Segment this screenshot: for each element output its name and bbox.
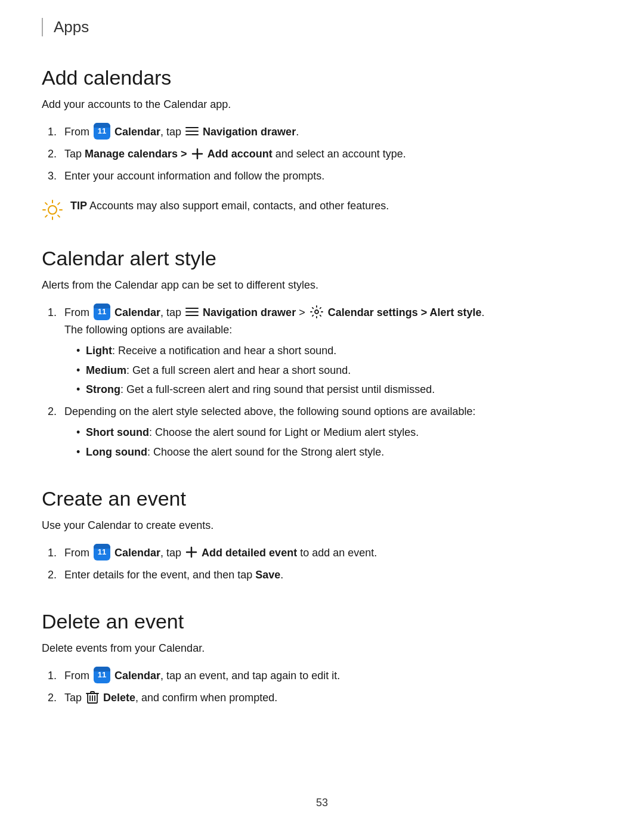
plus-icon (191, 148, 203, 160)
svg-line-7 (45, 203, 47, 205)
nav-drawer-icon (185, 127, 199, 137)
step-text: Delete (103, 692, 135, 704)
section-intro-delete-event: Delete events from your Calendar. (42, 640, 602, 657)
step-text: Save (255, 569, 280, 581)
step-text: Navigation drawer (203, 306, 296, 318)
calendar-app-icon (94, 667, 110, 683)
bullet-list: Short sound: Choose the alert sound for … (76, 424, 602, 461)
step-item: Tap Delete, and confirm when prompted. (60, 689, 602, 707)
section-add-calendars: Add calendars Add your accounts to the C… (42, 66, 602, 221)
section-create-event: Create an event Use your Calendar to cre… (42, 487, 602, 584)
step-item: Tap Manage calendars > Add account and s… (60, 145, 602, 163)
section-heading-add-calendars: Add calendars (42, 66, 602, 89)
tip-lightbulb-icon (42, 199, 63, 221)
section-delete-event: Delete an event Delete events from your … (42, 610, 602, 707)
svg-line-8 (58, 215, 60, 217)
bullet-item: Short sound: Choose the alert sound for … (76, 424, 602, 441)
step-text: Navigation drawer (203, 126, 296, 138)
calendar-app-icon (94, 123, 110, 140)
step-text: Calendar (114, 126, 160, 138)
section-heading-delete-event: Delete an event (42, 610, 602, 633)
step-text: Add detailed event (202, 547, 297, 559)
section-heading-create-event: Create an event (42, 487, 602, 510)
svg-line-9 (58, 203, 60, 205)
page-title: Apps (54, 18, 89, 36)
section-intro-calendar-alert-style: Alerts from the Calendar app can be set … (42, 277, 602, 293)
step-text: Manage calendars > (85, 148, 187, 160)
settings-gear-icon (309, 305, 324, 319)
step-item: From Calendar, tap Add detailed event to… (60, 544, 602, 562)
steps-calendar-alert-style: From Calendar, tap Navigation drawer > C… (60, 304, 602, 461)
step-text: Calendar (114, 306, 160, 318)
step-item: From Calendar, tap Navigation drawer. (60, 123, 602, 141)
bullet-list: Light: Receive a notification and hear a… (76, 342, 602, 398)
svg-point-11 (315, 310, 318, 314)
tip-text: TIP Accounts may also support email, con… (70, 198, 389, 214)
page-number: 53 (0, 797, 644, 809)
breadcrumb: Apps (42, 18, 602, 36)
step-item: Enter your account information and follo… (60, 168, 602, 185)
steps-add-calendars: From Calendar, tap Navigation drawer. Ta… (60, 123, 602, 185)
calendar-app-icon (94, 304, 110, 320)
section-intro-add-calendars: Add your accounts to the Calendar app. (42, 97, 602, 113)
plus-icon (185, 546, 197, 558)
step-text: Calendar (114, 547, 160, 559)
trash-icon (86, 690, 99, 704)
page-container: Apps Add calendars Add your accounts to … (0, 0, 644, 833)
bullet-item: Medium: Get a full screen alert and hear… (76, 362, 602, 379)
step-text: Add account (208, 148, 273, 160)
svg-point-2 (48, 206, 57, 214)
step-text: Calendar (114, 670, 160, 682)
section-calendar-alert-style: Calendar alert style Alerts from the Cal… (42, 247, 602, 461)
bullet-item: Light: Receive a notification and hear a… (76, 342, 602, 360)
calendar-app-icon (94, 544, 110, 561)
tip-label: TIP (70, 200, 87, 212)
step-text: Calendar settings > Alert style (328, 306, 482, 318)
step-item: Depending on the alert style selected ab… (60, 403, 602, 460)
step-item: From Calendar, tap Navigation drawer > C… (60, 304, 602, 398)
bullet-item: Long sound: Choose the alert sound for t… (76, 444, 602, 461)
step-item: Enter details for the event, and then ta… (60, 566, 602, 584)
steps-create-event: From Calendar, tap Add detailed event to… (60, 544, 602, 584)
section-heading-calendar-alert-style: Calendar alert style (42, 247, 602, 270)
bullet-item: Strong: Get a full-screen alert and ring… (76, 381, 602, 398)
tip-box: TIP Accounts may also support email, con… (42, 198, 602, 221)
step-item: From Calendar, tap an event, and tap aga… (60, 667, 602, 685)
nav-drawer-icon (185, 308, 199, 317)
steps-delete-event: From Calendar, tap an event, and tap aga… (60, 667, 602, 707)
section-intro-create-event: Use your Calendar to create events. (42, 518, 602, 534)
svg-line-10 (45, 215, 47, 217)
